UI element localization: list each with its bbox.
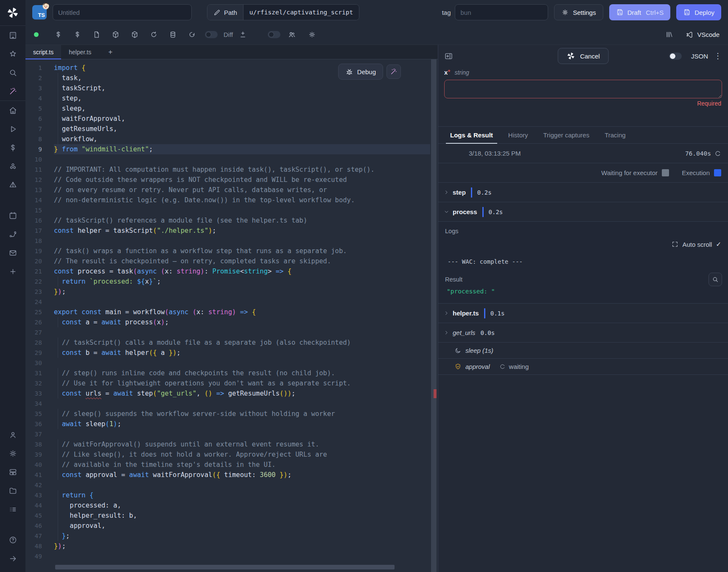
- code-line[interactable]: 26 const a = await process(x);: [25, 317, 430, 327]
- code-line[interactable]: 7 getResumeUrls,: [25, 124, 430, 134]
- collapse-panel-icon[interactable]: [444, 52, 453, 61]
- code-line[interactable]: 22 return `processed: ${x}`;: [25, 276, 430, 287]
- run-tab-trigger-captures[interactable]: Trigger captures: [538, 127, 596, 143]
- code-line[interactable]: 13// on every resume or retry. Never put…: [25, 185, 430, 195]
- assets-gear-icon[interactable]: [299, 31, 325, 39]
- json-toggle[interactable]: [669, 53, 682, 60]
- settings-button[interactable]: Settings: [554, 4, 603, 20]
- code-line[interactable]: 21const process = task(async (x: string)…: [25, 266, 430, 276]
- ai-wand-button[interactable]: [386, 64, 401, 79]
- cancel-button[interactable]: Cancel: [557, 48, 609, 64]
- code-editor[interactable]: Debug 1import {2 task,3 taskScript,4 ste…: [25, 59, 438, 572]
- code-line[interactable]: 25export const main = workflow(async (x:…: [25, 307, 430, 317]
- edit-path-button[interactable]: Path: [207, 5, 244, 20]
- code-line[interactable]: 24: [25, 297, 430, 307]
- timeline-event-sleep-1s-[interactable]: sleep (1s): [438, 343, 728, 359]
- sidebar-item-calendar[interactable]: [0, 206, 25, 225]
- result-search-button[interactable]: [708, 273, 722, 286]
- sidebar-item-route[interactable]: [0, 225, 25, 243]
- arg-x-input[interactable]: [444, 80, 722, 98]
- new-tab-button[interactable]: +: [99, 45, 122, 59]
- code-line[interactable]: 9} from "windmill-client";: [25, 144, 430, 154]
- code-line[interactable]: 48});: [25, 541, 430, 551]
- code-line[interactable]: 31 // step() runs inline code and checkp…: [25, 368, 430, 378]
- code-line[interactable]: 19// task() wraps a function as a workfl…: [25, 246, 430, 256]
- sidebar-item-list[interactable]: [0, 500, 25, 519]
- code-line[interactable]: 38 // waitForApproval() suspends until a…: [25, 439, 430, 449]
- code-line[interactable]: 16// taskScript() references a module fi…: [25, 215, 430, 226]
- code-line[interactable]: 34: [25, 399, 430, 409]
- code-line[interactable]: 11// IMPORTANT: All computation must hap…: [25, 165, 430, 175]
- sidebar-item-dollar[interactable]: [0, 138, 25, 157]
- code-line[interactable]: 5 sleep,: [25, 103, 430, 114]
- run-tab-logs-result[interactable]: Logs & Result: [444, 127, 499, 143]
- code-line[interactable]: 33 const urls = await step("get_urls", (…: [25, 388, 430, 399]
- toolbar-dollar-icon[interactable]: [68, 31, 87, 39]
- code-line[interactable]: 6 waitForApproval,: [25, 114, 430, 124]
- code-line[interactable]: 8 workflow,: [25, 134, 430, 144]
- code-line[interactable]: 45 helper_result: b,: [25, 511, 430, 521]
- sidebar-item-plus[interactable]: [0, 262, 25, 281]
- editor-horizontal-scrollbar[interactable]: [55, 565, 395, 569]
- sidebar-item-arrow-right[interactable]: [0, 549, 25, 568]
- toolbar-rotate-cw-icon[interactable]: [144, 31, 163, 39]
- code-line[interactable]: 14// non-deterministic logic (e.g. Date.…: [25, 195, 430, 205]
- toolbar-file-icon[interactable]: [87, 31, 106, 39]
- toolbar-package-icon[interactable]: [106, 31, 125, 39]
- code-line[interactable]: 41 const approval = await waitForApprova…: [25, 470, 430, 480]
- sidebar-item-play[interactable]: [0, 120, 25, 138]
- timeline-step-step[interactable]: step0.2s: [438, 183, 728, 202]
- code-line[interactable]: 44 processed: a,: [25, 500, 430, 511]
- chevron-right-icon[interactable]: [443, 189, 453, 195]
- code-line[interactable]: 42: [25, 480, 430, 490]
- code-line[interactable]: 30: [25, 358, 430, 368]
- sidebar-item-building[interactable]: [0, 26, 25, 45]
- sidebar-item-search[interactable]: [0, 63, 25, 82]
- code-line[interactable]: 20// The result is checkpointed — on ret…: [25, 256, 430, 266]
- kebab-menu-icon[interactable]: ⋮: [714, 51, 722, 61]
- sidebar-item-folder[interactable]: [0, 481, 25, 500]
- sidebar-item-server[interactable]: [0, 463, 25, 481]
- people-icon[interactable]: [284, 31, 299, 39]
- code-line[interactable]: 12// Code outside these wrappers is NOT …: [25, 175, 430, 185]
- path-value[interactable]: u/rfiszel/captivating_script: [244, 5, 359, 20]
- code-line[interactable]: 46 approval,: [25, 521, 430, 531]
- sidebar-item-home[interactable]: [0, 101, 25, 120]
- code-line[interactable]: 29 const b = await helper({ a });: [25, 348, 430, 358]
- toolbar-database-icon[interactable]: [163, 31, 182, 39]
- sidebar-item-pyramid[interactable]: [0, 176, 25, 194]
- toolbar-package-icon[interactable]: [125, 31, 144, 39]
- timeline-step-helper-ts[interactable]: helper.ts0.1s: [438, 304, 728, 323]
- file-tab-helper.ts[interactable]: helper.ts: [61, 45, 99, 59]
- windmill-logo[interactable]: [0, 0, 25, 25]
- diff-toggle[interactable]: [205, 31, 218, 38]
- code-line[interactable]: 3 taskScript,: [25, 83, 430, 93]
- multiplayer-toggle[interactable]: [268, 31, 280, 38]
- debug-button[interactable]: Debug: [338, 64, 383, 80]
- run-tab-tracing[interactable]: Tracing: [599, 127, 631, 143]
- code-line[interactable]: 40 // available in the timeline step's d…: [25, 460, 430, 470]
- code-line[interactable]: 43 return {: [25, 490, 430, 500]
- timeline-step-get-urls[interactable]: get_urls0.0s: [438, 323, 728, 343]
- code-line[interactable]: 27: [25, 327, 430, 338]
- sidebar-item-cubes[interactable]: [0, 157, 25, 176]
- code-line[interactable]: 37: [25, 429, 430, 439]
- run-tab-history[interactable]: History: [502, 127, 534, 143]
- autoscroll-toggle[interactable]: Auto scroll✓: [672, 240, 721, 248]
- file-tab-script.ts[interactable]: script.ts: [25, 45, 61, 59]
- sidebar-item-mail[interactable]: [0, 243, 25, 262]
- code-line[interactable]: 49: [25, 551, 430, 561]
- toolbar-dollar-icon[interactable]: [49, 31, 68, 39]
- code-line[interactable]: 23});: [25, 287, 430, 297]
- code-line[interactable]: 39 // Like sleep(), it does not hold a w…: [25, 449, 430, 460]
- sidebar-item-help[interactable]: [0, 530, 25, 549]
- deploy-button[interactable]: Deploy: [676, 4, 721, 20]
- run-timestamp[interactable]: 3/18, 03:13:25 PM: [469, 150, 521, 157]
- code-line[interactable]: 28 // taskScript() calls a module file a…: [25, 338, 430, 348]
- toolbar-refresh-icon[interactable]: [182, 31, 202, 39]
- vscode-button[interactable]: VScode: [686, 31, 720, 39]
- code-line[interactable]: 17const helper = taskScript("./helper.ts…: [25, 226, 430, 236]
- code-line[interactable]: 32 // Use it for lightweight operations …: [25, 378, 430, 388]
- sidebar-item-wand[interactable]: [0, 82, 25, 100]
- script-name-input[interactable]: [53, 4, 192, 20]
